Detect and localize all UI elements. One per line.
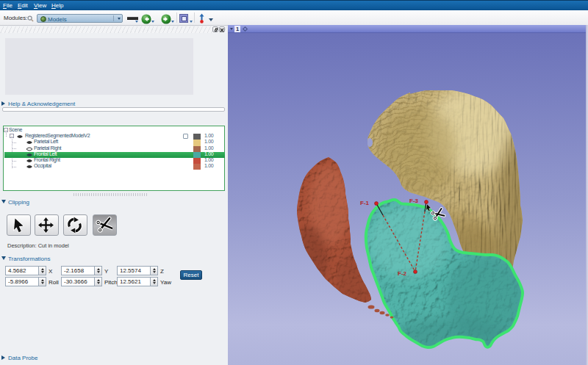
svg-text:F-1: F-1 xyxy=(360,200,370,206)
svg-text:F-2: F-2 xyxy=(398,270,407,277)
svg-text:F-3: F-3 xyxy=(409,198,419,204)
